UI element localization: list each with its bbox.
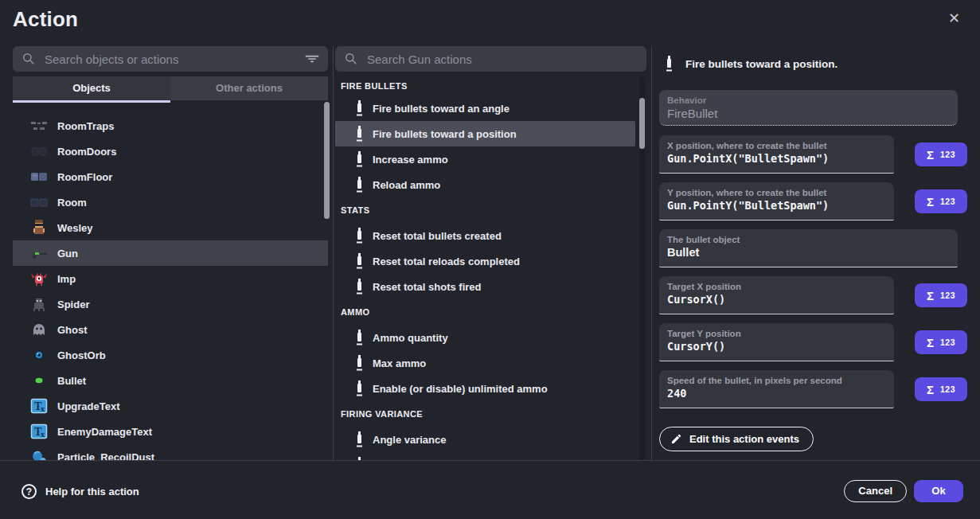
action-label: Increase ammo	[373, 154, 448, 166]
action-label: Reset total reloads completed	[373, 256, 520, 267]
action-label: Reset total bullets created	[373, 230, 502, 242]
bullet-action-icon	[354, 380, 365, 397]
field-the-bullet-object[interactable]: The bullet objectBullet	[659, 229, 958, 267]
expression-editor-button[interactable]: Σ123	[915, 283, 967, 307]
divider	[651, 46, 652, 460]
field-label: Behavior	[667, 96, 950, 105]
action-item-max-ammo[interactable]: Max ammo	[335, 350, 635, 376]
numbers-icon: 123	[940, 384, 955, 394]
object-item-imp[interactable]: Imp	[13, 266, 328, 291]
action-label: Ammo quantity	[373, 332, 448, 344]
field-value: CursorX()	[667, 293, 886, 306]
field-target-y-position[interactable]: Target Y positionCursorY()	[659, 323, 894, 361]
object-item-wesley[interactable]: Wesley	[13, 215, 328, 240]
action-item-angle-variance[interactable]: Angle variance	[335, 427, 635, 452]
field-value: 240	[667, 387, 886, 400]
object-label: Wesley	[57, 222, 93, 234]
bullet-action-icon	[354, 125, 365, 142]
action-item-enable-or-disable-unlimited-ammo[interactable]: Enable (or disable) unlimited ammo	[335, 376, 635, 401]
objects-scrollbar[interactable]	[324, 102, 330, 219]
object-item-particle_recoildust[interactable]: Particle_RecoilDust	[13, 444, 328, 460]
object-item-bullet[interactable]: Bullet	[13, 368, 328, 393]
action-item-reload-ammo[interactable]: Reload ammo	[335, 172, 635, 197]
expression-editor-button[interactable]: Σ123	[915, 377, 967, 401]
expression-editor-button[interactable]: Σ123	[915, 330, 967, 354]
action-label: Angle variance	[373, 434, 447, 446]
object-label: Spider	[57, 299, 89, 310]
action-item-fire-bullets-toward-a-position[interactable]: Fire bullets toward a position	[335, 121, 635, 146]
field-label: Target X position	[667, 282, 886, 291]
field-label: The bullet object	[667, 235, 950, 244]
action-description: Fire bullets toward a position.	[685, 58, 837, 70]
object-item-roomfloor[interactable]: RoomFloor	[13, 164, 328, 189]
action-item-clipped[interactable]	[335, 452, 635, 460]
parameter-row: Speed of the bullet, in pixels per secon…	[659, 370, 967, 417]
object-item-enemydamagetext[interactable]: TxEnemyDamageText	[13, 419, 328, 444]
object-label: UpgradeText	[57, 400, 120, 412]
tab-objects[interactable]: Objects	[13, 76, 170, 100]
ghostorb-icon	[29, 345, 49, 365]
action-item-fire-bullets-toward-an-angle[interactable]: Fire bullets toward an angle	[335, 96, 635, 121]
actions-search	[335, 46, 646, 72]
action-item-ammo-quantity[interactable]: Ammo quantity	[335, 325, 635, 350]
bullet-action-icon	[354, 329, 365, 346]
action-item-reset-total-bullets-created[interactable]: Reset total bullets created	[335, 223, 635, 248]
bullet-action-icon	[354, 252, 365, 270]
expression-editor-button[interactable]: Σ123	[915, 189, 967, 213]
field-y-position-where-to-create-the-bullet[interactable]: Y position, where to create the bulletGu…	[659, 182, 894, 220]
object-label: Bullet	[57, 375, 86, 387]
bullet-action-icon	[354, 354, 365, 372]
tab-other-actions[interactable]: Other actions	[170, 76, 328, 100]
bullet-action-icon	[354, 227, 365, 244]
action-details-header: Fire bullets toward a position.	[659, 56, 967, 72]
action-item-reset-total-shots-fired[interactable]: Reset total shots fired	[335, 274, 635, 299]
action-label: Fire bullets toward a position	[373, 128, 517, 140]
close-icon[interactable]: ✕	[948, 11, 960, 25]
textobj-icon: Tx	[29, 422, 49, 441]
field-behavior: BehaviorFireBullet	[659, 90, 958, 126]
help-link[interactable]: ? Help for this action	[21, 484, 139, 499]
action-item-reset-total-reloads-completed[interactable]: Reset total reloads completed	[335, 248, 635, 274]
edit-action-events-button[interactable]: Edit this action events	[659, 427, 814, 451]
svg-text:x: x	[41, 404, 45, 413]
cancel-button[interactable]: Cancel	[844, 480, 907, 502]
object-label: Gun	[57, 248, 78, 260]
ok-button[interactable]: Ok	[914, 480, 963, 502]
action-item-increase-ammo[interactable]: Increase ammo	[335, 146, 635, 172]
parameter-row: X position, where to create the bulletGu…	[659, 135, 967, 182]
object-label: Room	[57, 197, 87, 209]
numbers-icon: 123	[940, 291, 955, 300]
actions-scrollbar[interactable]	[639, 98, 645, 149]
pencil-icon	[670, 433, 682, 445]
field-label: Y position, where to create the bullet	[667, 188, 886, 197]
parameter-row: BehaviorFireBullet	[659, 90, 967, 135]
objects-search-input[interactable]	[13, 46, 328, 72]
object-item-gun[interactable]: Gun	[13, 240, 328, 266]
numbers-icon: 123	[940, 338, 955, 347]
divider	[333, 46, 334, 460]
bullet-action-icon	[354, 150, 365, 168]
spider-icon	[29, 295, 49, 314]
help-label: Help for this action	[45, 486, 139, 498]
actions-search-input[interactable]	[335, 46, 646, 72]
object-item-ghostorb[interactable]: GhostOrb	[13, 342, 328, 368]
object-item-roomdoors[interactable]: RoomDoors	[13, 139, 328, 164]
bullet-action-icon	[354, 431, 365, 448]
object-item-spider[interactable]: Spider	[13, 291, 328, 317]
object-item-roomtraps[interactable]: RoomTraps	[13, 113, 328, 139]
object-item-room[interactable]: Room	[13, 189, 328, 215]
parameter-row: Target X positionCursorX()Σ123	[659, 276, 967, 323]
field-x-position-where-to-create-the-bullet[interactable]: X position, where to create the bulletGu…	[659, 135, 894, 174]
field-speed-of-the-bullet-in-pixels-per-second[interactable]: Speed of the bullet, in pixels per secon…	[659, 370, 894, 408]
object-item-ghost[interactable]: Ghost	[13, 317, 328, 342]
object-item-upgradetext[interactable]: TxUpgradeText	[13, 393, 328, 419]
field-label: Speed of the bullet, in pixels per secon…	[667, 376, 886, 385]
field-target-x-position[interactable]: Target X positionCursorX()	[659, 276, 894, 314]
section-header: FIRING VARIANCE	[335, 401, 646, 427]
parameter-row: Y position, where to create the bulletGu…	[659, 182, 967, 229]
bullet-action-icon	[664, 55, 674, 72]
filter-icon[interactable]	[304, 51, 320, 67]
action-dialog: Action ✕ ObjectsOther actions RoomTrapsR…	[0, 0, 980, 519]
expression-editor-button[interactable]: Σ123	[915, 142, 967, 166]
svg-text:x: x	[41, 430, 45, 439]
